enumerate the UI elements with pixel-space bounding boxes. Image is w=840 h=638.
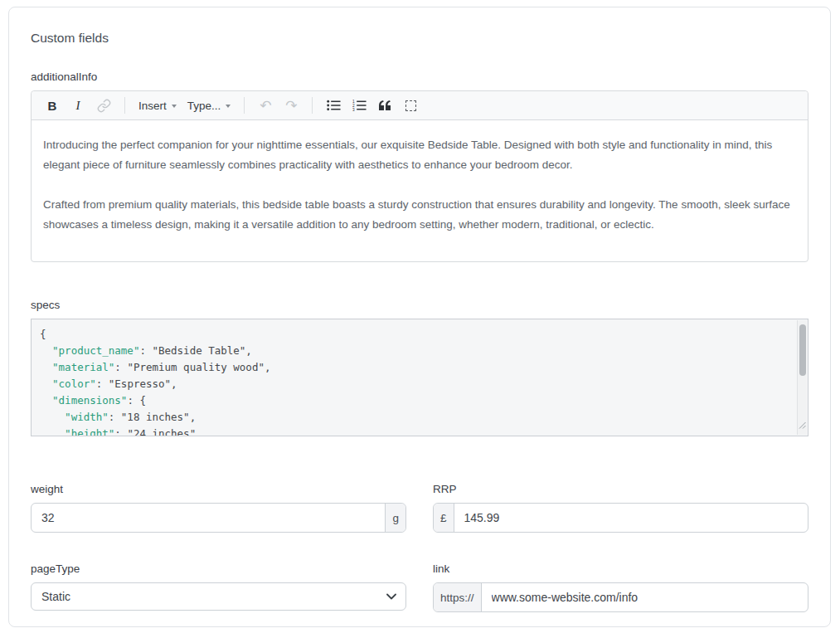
link-input[interactable] <box>482 583 808 611</box>
page-type-select[interactable]: Static <box>31 582 406 611</box>
rte-toolbar: B I Insert Type... ↶ ↷ <box>32 91 808 120</box>
weight-unit-addon: g <box>385 504 405 532</box>
bold-button[interactable]: B <box>45 95 60 115</box>
dashed-box-icon <box>405 100 416 111</box>
specs-label: specs <box>31 299 808 311</box>
numbered-list-icon: 1 2 3 <box>352 100 367 111</box>
resize-grip-icon[interactable] <box>799 417 806 434</box>
type-menu-label: Type... <box>187 100 221 112</box>
chevron-down-icon <box>172 105 177 108</box>
protocol-addon: https:// <box>434 583 482 611</box>
toolbar-divider <box>124 97 125 114</box>
italic-button[interactable]: I <box>70 95 85 115</box>
bullet-list-icon <box>327 100 341 111</box>
page-type-label: pageType <box>31 563 406 575</box>
undo-button[interactable]: ↶ <box>258 95 273 115</box>
code-line: "height": "24 inches", <box>40 426 788 436</box>
toolbar-divider <box>312 97 313 114</box>
editor-paragraph: Crafted from premium quality materials, … <box>43 195 796 235</box>
type-menu-button[interactable]: Type... <box>187 95 231 115</box>
link-field: link https:// <box>433 563 808 612</box>
editor-content[interactable]: Introducing the perfect companion for yo… <box>32 120 808 261</box>
weight-label: weight <box>31 483 406 495</box>
bullet-list-button[interactable] <box>326 95 341 115</box>
weight-field: weight g <box>31 483 406 533</box>
redo-button[interactable]: ↷ <box>284 95 299 115</box>
blockquote-button[interactable] <box>377 95 392 115</box>
fields-grid: weight g RRP £ pageType Static <box>31 483 808 612</box>
undo-icon: ↶ <box>260 99 271 113</box>
weight-input-group: g <box>31 503 406 533</box>
code-scrollbar-thumb[interactable] <box>799 324 806 376</box>
rrp-label: RRP <box>433 483 808 495</box>
page-type-field: pageType Static <box>31 563 406 612</box>
currency-addon: £ <box>434 504 454 532</box>
custom-fields-panel: Custom fields additionalInfo B I Insert … <box>8 7 831 627</box>
page-type-select-wrap: Static <box>31 582 406 611</box>
link-icon <box>97 99 111 113</box>
panel-title: Custom fields <box>31 31 808 46</box>
link-label: link <box>433 563 808 575</box>
rich-text-editor: B I Insert Type... ↶ ↷ <box>31 90 808 262</box>
toolbar-divider <box>244 97 245 114</box>
code-line: { <box>40 326 788 343</box>
insert-menu-button[interactable]: Insert <box>138 95 177 115</box>
editor-paragraph: Introducing the perfect companion for yo… <box>43 135 796 175</box>
specs-code-lines: { "product_name": "Bedside Table", "mate… <box>40 326 788 436</box>
link-input-group: https:// <box>433 582 808 612</box>
rrp-field: RRP £ <box>433 483 808 533</box>
code-line: "dimensions": { <box>40 392 788 409</box>
numbered-list-button[interactable]: 1 2 3 <box>352 95 367 115</box>
rrp-input[interactable] <box>454 504 808 532</box>
blockquote-icon <box>379 100 391 110</box>
additional-info-label: additionalInfo <box>31 71 808 83</box>
insert-menu-label: Insert <box>138 100 167 112</box>
chevron-down-icon <box>226 105 231 108</box>
specs-code-editor[interactable]: { "product_name": "Bedside Table", "mate… <box>31 319 808 436</box>
redo-icon: ↷ <box>285 99 297 113</box>
svg-text:3: 3 <box>352 108 355 111</box>
weight-input[interactable] <box>32 504 385 532</box>
code-line: "color": "Espresso", <box>40 376 788 392</box>
code-line: "material": "Premium quality wood", <box>40 359 788 376</box>
rrp-input-group: £ <box>433 503 808 533</box>
code-line: "product_name": "Bedside Table", <box>40 343 788 359</box>
horizontal-rule-button[interactable] <box>403 95 418 115</box>
link-button[interactable] <box>96 95 111 115</box>
code-line: "width": "18 inches", <box>40 409 788 426</box>
